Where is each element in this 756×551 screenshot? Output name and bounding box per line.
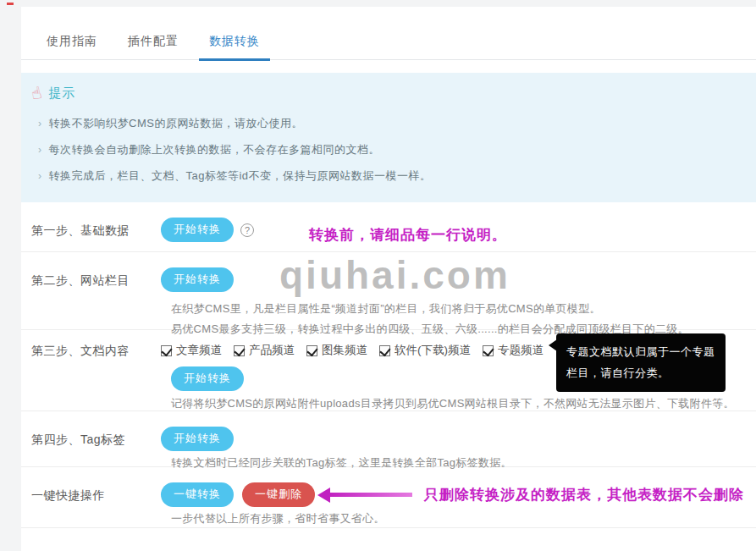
hand-pointer-icon: ☝	[30, 82, 44, 104]
step2-start-convert-button[interactable]: 开始转换	[161, 267, 234, 292]
step3-label: 第三步、文档内容	[31, 342, 161, 359]
tab-bar: 使用指南 插件配置 数据转换	[21, 7, 756, 60]
tab-plugin-config[interactable]: 插件配置	[113, 27, 194, 59]
tab-usage-guide[interactable]: 使用指南	[31, 27, 113, 59]
checkbox-checked-icon	[379, 345, 390, 356]
tooltip-text: 专题文档默认归属于一个专题栏目，请自行分类。	[566, 345, 715, 379]
checkbox-checked-icon	[483, 345, 494, 356]
plugin-panel: 使用指南 插件配置 数据转换 ☝ 提示 ›转换不影响织梦CMS的原网站数据，请放…	[21, 7, 756, 551]
caret-icon: ›	[38, 170, 42, 182]
tip-line: ›每次转换会自动删除上次转换的数据，不会存在多篇相同的文档。	[31, 136, 741, 163]
checkbox-software-channel[interactable]: 软件(下载)频道	[379, 343, 471, 358]
step1-row: 第一步、基础数据 开始转换 ? 转换前，请细品每一行说明。	[21, 202, 756, 252]
checkbox-special-channel[interactable]: 专题频道	[483, 343, 544, 358]
magenta-arrow-icon	[317, 487, 412, 504]
checkbox-label: 软件(下载)频道	[395, 343, 471, 358]
window-edge-mark	[7, 3, 14, 5]
step4-row: 第四步、Tag标签 开始转换 转换文档时已经同步关联的Tag标签，这里是转换全部…	[21, 411, 756, 467]
step4-label: 第四步、Tag标签	[31, 431, 161, 448]
tooltip-arrow-icon	[549, 339, 557, 351]
tip-line: ›转换不影响织梦CMS的原网站数据，请放心使用。	[31, 110, 741, 136]
quick-actions-label: 一键快捷操作	[31, 487, 161, 504]
step1-help-icon[interactable]: ?	[240, 223, 254, 237]
one-click-convert-button[interactable]: 一键转换	[161, 482, 234, 507]
checkbox-article-channel[interactable]: 文章频道	[161, 343, 222, 358]
checkbox-checked-icon	[234, 345, 245, 356]
more-features-row: 更多转换功能 使用过程中遇到不足的地方，可以联系本作者，会持续加入新功能。	[21, 528, 756, 551]
checkbox-product-channel[interactable]: 产品频道	[234, 343, 295, 358]
step2-note-1: 在织梦CMS里，凡是栏目属性是“频道封面”的栏目，我们将归于易优CMS的单页模型…	[171, 299, 756, 319]
quick-actions-annotation: 只删除转换涉及的数据表，其他表数据不会删除	[424, 485, 744, 504]
step3-start-convert-button[interactable]: 开始转换	[171, 366, 244, 391]
step1-label: 第一步、基础数据	[31, 222, 161, 239]
checkbox-checked-icon	[306, 345, 317, 356]
checkbox-label: 文章频道	[176, 343, 222, 358]
tip-header: ☝ 提示	[31, 83, 741, 103]
checkbox-label: 产品频道	[249, 343, 295, 358]
step2-label: 第二步、网站栏目	[31, 272, 161, 289]
tip-line: ›转换完成后，栏目、文档、Tag标签等id不变，保持与原网站数据一模一样。	[31, 163, 741, 189]
one-click-delete-button[interactable]: 一键删除	[242, 482, 315, 507]
quick-actions-note: 一步代替以上所有步骤，省时省事又省心。	[171, 509, 756, 529]
step3-tooltip: 专题文档默认归属于一个专题栏目，请自行分类。	[556, 333, 726, 392]
step4-start-convert-button[interactable]: 开始转换	[161, 427, 234, 451]
more-features-note: 使用过程中遇到不足的地方，可以联系本作者，会持续加入新功能。	[161, 547, 499, 551]
tip-title: 提示	[48, 85, 75, 102]
tip-line-text: 转换不影响织梦CMS的原网站数据，请放心使用。	[49, 117, 303, 129]
checkbox-label: 图集频道	[322, 343, 367, 358]
tip-line-text: 转换完成后，栏目、文档、Tag标签等id不变，保持与原网站数据一模一样。	[49, 169, 432, 182]
tab-data-convert[interactable]: 数据转换	[194, 27, 275, 59]
step1-start-convert-button[interactable]: 开始转换	[161, 218, 234, 242]
checkbox-gallery-channel[interactable]: 图集频道	[306, 343, 367, 358]
checkbox-label: 专题频道	[498, 343, 544, 358]
caret-icon: ›	[38, 118, 42, 129]
tip-box: ☝ 提示 ›转换不影响织梦CMS的原网站数据，请放心使用。 ›每次转换会自动删除…	[21, 73, 756, 202]
step2-row: 第二步、网站栏目 开始转换 在织梦CMS里，凡是栏目属性是“频道封面”的栏目，我…	[21, 252, 756, 330]
step3-row: 第三步、文档内容 文章频道 产品频道 图集频道 软件(下载)频道 专题频道 ? …	[21, 330, 756, 411]
caret-icon: ›	[38, 144, 42, 156]
step1-annotation: 转换前，请细品每一行说明。	[309, 225, 507, 245]
checkbox-checked-icon	[161, 345, 172, 356]
tip-line-text: 每次转换会自动删除上次转换的数据，不会存在多篇相同的文档。	[49, 143, 381, 156]
quick-actions-row: 一键快捷操作 一键转换 一键删除 只删除转换涉及的数据表，其他表数据不会删除 一…	[21, 467, 756, 528]
